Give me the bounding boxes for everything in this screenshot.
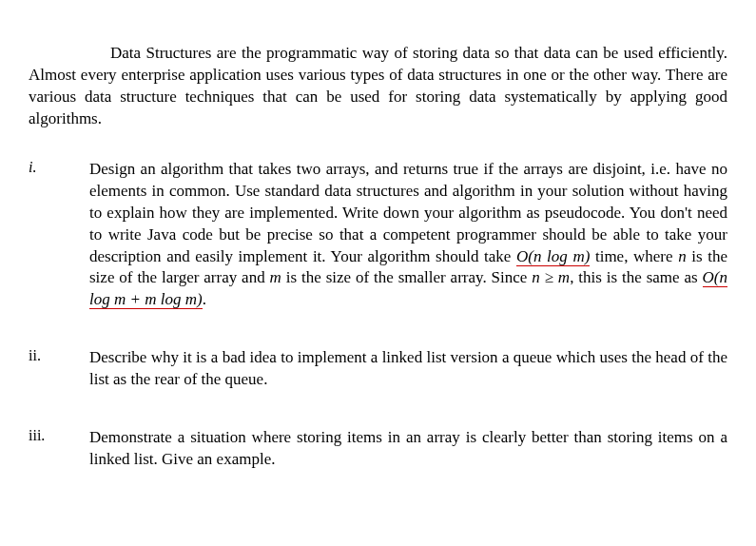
item-marker: i. bbox=[29, 159, 89, 312]
intro-paragraph: Data Structures are the programmatic way… bbox=[29, 43, 727, 130]
item-body: Design an algorithm that takes two array… bbox=[89, 159, 727, 312]
question-item-3: iii. Demonstrate a situation where stori… bbox=[29, 427, 727, 471]
item-body: Describe why it is a bad idea to impleme… bbox=[89, 347, 727, 391]
question-item-2: ii. Describe why it is a bad idea to imp… bbox=[29, 347, 727, 391]
item-marker: iii. bbox=[29, 427, 89, 471]
var-n: n bbox=[678, 247, 687, 265]
text: , this is the same as bbox=[570, 268, 702, 286]
question-item-1: i. Design an algorithm that takes two ar… bbox=[29, 159, 727, 312]
big-o-expr: O(n log m) bbox=[516, 247, 590, 266]
page: Data Structures are the programmatic way… bbox=[0, 0, 756, 526]
item-body: Demonstrate a situation where storing it… bbox=[89, 427, 727, 471]
inequality: n ≥ m bbox=[532, 268, 570, 286]
item-marker: ii. bbox=[29, 347, 89, 391]
text: is the size of the smaller array. Since bbox=[281, 268, 532, 286]
text: . bbox=[203, 290, 206, 308]
text: time, where bbox=[590, 247, 678, 265]
var-m: m bbox=[270, 268, 281, 286]
